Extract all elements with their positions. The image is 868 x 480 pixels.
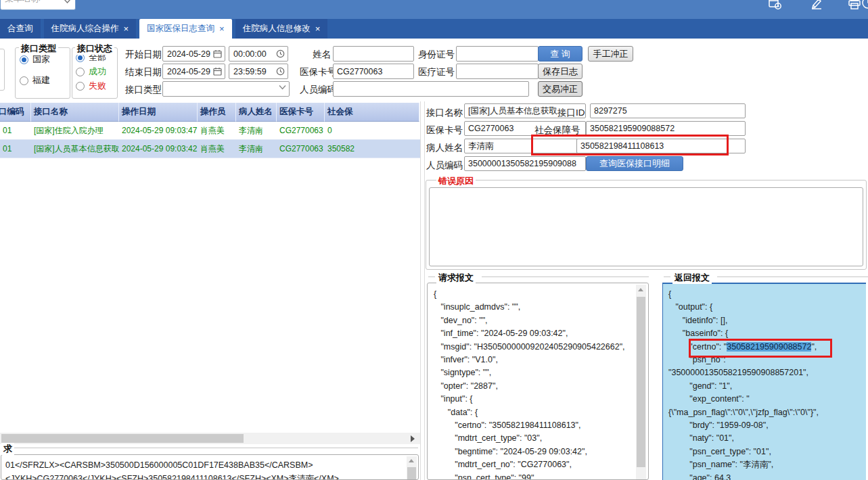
- raw-request-text: 01</SFRZLX><CARSBM>350500D156000005C01DF…: [5, 458, 339, 480]
- table-header-4[interactable]: 病人姓名: [236, 103, 277, 122]
- iface-type-label: 接口类型: [125, 84, 162, 96]
- return-line: "brdy": "1959-09-08",: [668, 419, 819, 432]
- h-scrollbar[interactable]: [0, 433, 420, 444]
- detail-pcode-input[interactable]: [464, 156, 586, 171]
- detail-card-label: 医保卡号: [426, 124, 463, 137]
- interface-type-group-title: 接口类型: [19, 43, 58, 55]
- return-message-title: 返回报文: [672, 272, 712, 284]
- chevron-down-icon[interactable]: [64, 0, 71, 3]
- request-line: "begntime": "2024-05-29 09:03:42",: [434, 446, 625, 458]
- start-date-input[interactable]: 2024-05-29: [162, 46, 225, 62]
- query-interface-detail-button[interactable]: 查询医保接口明细: [586, 156, 683, 171]
- table-header-5[interactable]: 医保卡号: [277, 103, 325, 122]
- return-line: "gend": "1",: [668, 380, 819, 393]
- table-header-2[interactable]: 操作日期: [119, 103, 198, 122]
- bottom-v-scrollbar-thumb[interactable]: [407, 467, 416, 480]
- clock-icon[interactable]: [276, 67, 285, 76]
- chevron-down-icon[interactable]: [279, 85, 286, 90]
- calendar-icon[interactable]: [213, 67, 222, 76]
- iface-type-select[interactable]: [162, 81, 290, 97]
- request-line: "mdtrt_cert_type": "03",: [434, 432, 625, 445]
- radio-icon: [76, 68, 85, 76]
- table-header-0[interactable]: 口编码: [0, 103, 31, 122]
- log-table[interactable]: 口编码接口名称操作日期操作员病人姓名医保卡号社会保01[国家]住院入院办理202…: [0, 103, 420, 433]
- splitter-line-left[interactable]: [420, 101, 421, 480]
- request-line: "mdtrt_cert_no": "CG2770063",: [434, 458, 625, 471]
- table-header-3[interactable]: 操作员: [198, 103, 236, 122]
- end-date-input[interactable]: 2024-05-29: [162, 64, 225, 79]
- raw-request-textarea[interactable]: 01</SFRZLX><CARSBM>350500D156000005C01DF…: [1, 454, 419, 480]
- table-row[interactable]: 01[国家]住院入院办理2024-05-29 09:03:47肖燕美李清南CG2…: [0, 122, 420, 140]
- query-button[interactable]: 查 询: [538, 46, 583, 62]
- return-line-pre: "certno": ": [668, 342, 727, 352]
- pcode-input[interactable]: [333, 81, 529, 97]
- request-line: {: [434, 288, 625, 301]
- request-message-textarea[interactable]: { "insuplc_admdvs": "", "dev_no": "", "i…: [427, 283, 649, 480]
- printer-icon[interactable]: [847, 0, 862, 11]
- end-time-input[interactable]: 23:59:59: [229, 64, 288, 79]
- tab-item-1[interactable]: 住院病人综合操作×: [44, 19, 137, 39]
- request-message-text: { "insuplc_admdvs": "", "dev_no": "", "i…: [434, 288, 625, 480]
- error-reason-textarea[interactable]: [429, 187, 863, 266]
- request-v-scrollbar[interactable]: [636, 285, 646, 479]
- name-input[interactable]: [333, 46, 414, 62]
- idcard-input[interactable]: [456, 46, 539, 62]
- start-time-input[interactable]: 00:00:00: [229, 46, 288, 62]
- detail-patient-label: 病人姓名: [426, 142, 463, 154]
- interface-status-radios: 全部成功失败: [76, 51, 106, 92]
- table-cell: 350582: [325, 140, 419, 158]
- table-header-label: 操作日期: [122, 107, 156, 116]
- h-scrollbar-thumb[interactable]: [1, 434, 244, 443]
- schedule-icon[interactable]: [767, 0, 782, 11]
- scroll-up-icon[interactable]: [638, 288, 643, 291]
- tab-label: 国家医保日志查询: [147, 23, 214, 34]
- radio-国家[interactable]: 国家: [20, 53, 50, 66]
- tab-item-2[interactable]: 国家医保日志查询×: [139, 19, 232, 39]
- history-icon[interactable]: [861, 0, 868, 11]
- card-input[interactable]: [333, 64, 414, 79]
- radio-福建[interactable]: 福建: [20, 74, 50, 87]
- idcard-label: 身份证号: [418, 49, 455, 61]
- radio-失败[interactable]: 失败: [76, 80, 106, 92]
- bottom-v-scrollbar[interactable]: [407, 456, 417, 479]
- radio-icon: [76, 82, 85, 91]
- interface-status-group-title: 接口状态: [75, 43, 114, 55]
- top-bar: 菜单名称: [0, 0, 868, 19]
- table-header-1[interactable]: 接口名称: [31, 103, 119, 122]
- splitter-line-right[interactable]: [424, 101, 425, 480]
- detail-iface-id-input[interactable]: [590, 103, 746, 118]
- tab-item-3[interactable]: 住院病人信息修改×: [235, 19, 328, 39]
- detail-ssn-input[interactable]: [586, 121, 746, 136]
- table-cell: 01: [0, 140, 31, 158]
- calendar-icon[interactable]: [213, 49, 222, 58]
- detail-ssn-label: 社会保障号: [534, 124, 580, 137]
- signature-icon[interactable]: [809, 0, 824, 11]
- medcert-input[interactable]: [456, 64, 539, 79]
- tab-close-icon[interactable]: ×: [124, 24, 129, 33]
- detail-idno-input[interactable]: [576, 139, 746, 153]
- request-v-scrollbar-thumb[interactable]: [637, 297, 645, 467]
- tab-item-0[interactable]: 合查询: [0, 19, 41, 39]
- detail-pcode-label: 人员编码: [426, 160, 463, 172]
- table-cell: [国家]人员基本信息获取: [31, 140, 119, 158]
- tab-close-icon[interactable]: ×: [219, 24, 225, 33]
- menu-search-combobox[interactable]: 菜单名称: [0, 0, 76, 10]
- table-cell: 2024-05-29 09:03:42: [119, 140, 198, 158]
- radio-label: 福建: [32, 74, 50, 87]
- save-log-button[interactable]: 保存日志: [538, 64, 583, 79]
- scroll-up-icon[interactable]: [409, 459, 414, 462]
- return-line: "psn_no":: [668, 354, 819, 366]
- scroll-right-icon[interactable]: [411, 435, 415, 442]
- detail-patient-input[interactable]: [464, 139, 586, 153]
- pcode-label: 人员编码: [300, 84, 336, 96]
- clock-icon[interactable]: [276, 49, 285, 58]
- table-row[interactable]: 01[国家]人员基本信息获取2024-05-29 09:03:42肖燕美李清南C…: [0, 140, 420, 158]
- radio-成功[interactable]: 成功: [76, 66, 106, 78]
- table-header-6[interactable]: 社会保: [325, 103, 419, 122]
- table-header-label: 医保卡号: [279, 107, 313, 116]
- tab-close-icon[interactable]: ×: [315, 24, 321, 33]
- transaction-reverse-button[interactable]: 交易冲正: [538, 81, 583, 97]
- manual-reverse-button[interactable]: 手工冲正: [588, 46, 633, 62]
- return-message-textarea[interactable]: { "output": { "idetinfo": [], "baseinfo"…: [662, 283, 866, 480]
- table-cell: 01: [0, 122, 31, 140]
